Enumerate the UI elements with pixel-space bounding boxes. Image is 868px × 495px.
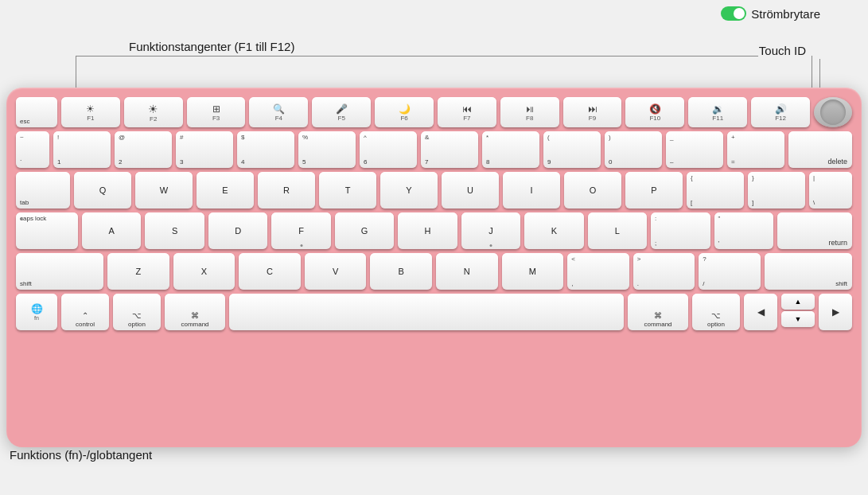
key-m[interactable]: M (502, 253, 564, 290)
key-tilde[interactable]: ~ ` (16, 131, 49, 168)
key-u[interactable]: U (442, 172, 499, 209)
key-f5[interactable]: 🎤 F5 (312, 97, 371, 127)
key-fn-globe[interactable]: 🌐 fn (16, 294, 57, 330)
key-touchid[interactable] (814, 97, 852, 127)
space-key-row: 🌐 fn ⌃ control ⌥ option ⌘ command ⌘ comm… (16, 294, 852, 330)
key-rbracket[interactable]: } ] (748, 172, 805, 209)
key-7[interactable]: & 7 (421, 131, 478, 168)
key-d[interactable]: D (208, 212, 267, 249)
key-minus[interactable]: _ – (666, 131, 723, 168)
key-period[interactable]: > . (633, 253, 695, 290)
globe-fn-label: Funktions (fn)-/globtangent (10, 448, 152, 462)
key-n[interactable]: N (436, 253, 498, 290)
key-o[interactable]: O (564, 172, 621, 209)
key-6[interactable]: ^ 6 (360, 131, 417, 168)
key-f12[interactable]: 🔊 F12 (751, 97, 810, 127)
key-1[interactable]: ! 1 (53, 131, 111, 168)
key-arrow-right[interactable]: ▶ (819, 294, 852, 330)
key-g[interactable]: G (335, 212, 394, 249)
key-command-left[interactable]: ⌘ command (165, 294, 225, 330)
key-l[interactable]: L (588, 212, 647, 249)
key-esc[interactable]: esc (16, 97, 57, 127)
key-option-left[interactable]: ⌥ option (113, 294, 161, 330)
qwerty-key-row: tab Q W E R T Y U I O P (16, 172, 852, 209)
key-f7[interactable]: ⏮ F7 (438, 97, 496, 127)
power-label: Strömbrytare (751, 7, 820, 21)
key-quote[interactable]: " ' (714, 212, 773, 249)
key-f[interactable]: F (271, 212, 330, 249)
key-f4[interactable]: 🔍 F4 (249, 97, 308, 127)
key-capslock[interactable]: ● caps lock (16, 212, 78, 249)
key-arrow-down[interactable]: ▼ (781, 311, 815, 327)
key-5[interactable]: % 5 (298, 131, 356, 168)
power-toggle-icon (721, 6, 746, 21)
key-9[interactable]: ( 9 (543, 131, 601, 168)
power-area: Strömbrytare (721, 6, 820, 21)
key-c[interactable]: C (239, 253, 301, 290)
key-slash[interactable]: ? / (699, 253, 761, 290)
num-key-row: ~ ` ! 1 @ 2 # 3 $ 4 % 5 ^ 6 & 7 (16, 131, 852, 168)
touchid-line (819, 59, 820, 91)
key-r[interactable]: R (258, 172, 315, 209)
key-i[interactable]: I (503, 172, 560, 209)
key-arrow-up[interactable]: ▲ (781, 294, 815, 310)
key-return[interactable]: return (777, 212, 852, 249)
fn-bracket-top (76, 56, 758, 57)
key-f6[interactable]: 🌙 F6 (375, 97, 434, 127)
key-option-right[interactable]: ⌥ option (692, 294, 740, 330)
key-y[interactable]: Y (380, 172, 438, 209)
key-f3[interactable]: ⊞ F3 (187, 97, 246, 127)
key-delete[interactable]: delete (788, 131, 852, 168)
key-arrow-left[interactable]: ◀ (744, 294, 777, 330)
asdf-key-row: ● caps lock A S D F G H J K L (16, 212, 852, 249)
key-2[interactable]: @ 2 (115, 131, 172, 168)
key-p[interactable]: P (625, 172, 683, 209)
key-e[interactable]: E (197, 172, 254, 209)
key-command-right[interactable]: ⌘ command (628, 294, 688, 330)
key-spacebar[interactable] (229, 294, 624, 330)
key-shift-left[interactable]: shift (16, 253, 103, 290)
zxcv-key-row: shift Z X C V B N M < , > . (16, 253, 852, 290)
key-8[interactable]: * 8 (482, 131, 539, 168)
key-control[interactable]: ⌃ control (61, 294, 109, 330)
touchid-label: Touch ID (759, 44, 806, 57)
key-f2[interactable]: ☀ F2 (124, 97, 183, 127)
key-lbracket[interactable]: { [ (687, 172, 744, 209)
key-0[interactable]: ) 0 (605, 131, 662, 168)
key-z[interactable]: Z (107, 253, 169, 290)
fn-bracket-right (812, 56, 812, 88)
key-f9[interactable]: ⏭ F9 (563, 97, 622, 127)
key-w[interactable]: W (135, 172, 193, 209)
key-4[interactable]: $ 4 (237, 131, 294, 168)
fn-key-row: esc ☀ F1 ☀ F2 ⊞ F3 🔍 F4 🎤 F5 🌙 F6 ⏮ F7 (16, 97, 852, 127)
key-k[interactable]: K (524, 212, 583, 249)
key-q[interactable]: Q (74, 172, 131, 209)
key-equal[interactable]: + = (727, 131, 784, 168)
key-s[interactable]: S (145, 212, 204, 249)
fn-bracket-left (76, 56, 76, 88)
key-x[interactable]: X (173, 253, 235, 290)
key-3[interactable]: # 3 (176, 131, 233, 168)
key-v[interactable]: V (305, 253, 367, 290)
key-t[interactable]: T (319, 172, 376, 209)
key-f1[interactable]: ☀ F1 (61, 97, 120, 127)
key-f8[interactable]: ⏯ F8 (500, 97, 559, 127)
key-f11[interactable]: 🔉 F11 (688, 97, 747, 127)
key-a[interactable]: A (82, 212, 141, 249)
key-comma[interactable]: < , (567, 253, 629, 290)
key-tab[interactable]: tab (16, 172, 70, 209)
arrow-ud-group: ▲ ▼ (781, 294, 815, 330)
keyboard-body: esc ☀ F1 ☀ F2 ⊞ F3 🔍 F4 🎤 F5 🌙 F6 ⏮ F7 (6, 88, 862, 447)
key-semicolon[interactable]: : ; (651, 212, 710, 249)
key-b[interactable]: B (370, 253, 432, 290)
key-shift-right[interactable]: shift (765, 253, 852, 290)
key-h[interactable]: H (398, 212, 457, 249)
key-backslash[interactable]: | \ (809, 172, 852, 209)
fn-keys-label: Funktionstangenter (F1 till F12) (129, 40, 294, 53)
key-f10[interactable]: 🔇 F10 (625, 97, 684, 127)
key-j[interactable]: J (461, 212, 520, 249)
